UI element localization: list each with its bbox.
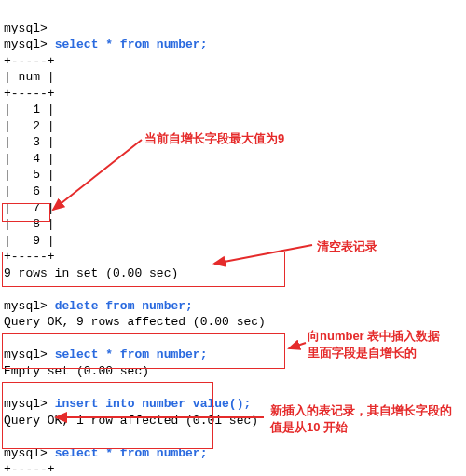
prompt: mysql>: [4, 37, 48, 51]
prompt: mysql>: [4, 347, 48, 361]
table-row: | 2 |: [4, 119, 55, 133]
table-row: | 8 |: [4, 217, 55, 231]
annotation-clear-table: 清空表记录: [317, 238, 377, 255]
result-summary: 9 rows in set (0.00 sec): [4, 266, 178, 280]
table-row: | 3 |: [4, 135, 55, 149]
table-row: | 7 |: [4, 201, 55, 215]
annotation-max-value: 当前自增长字段最大值为9: [144, 130, 284, 147]
sql-insert: insert into number value();: [55, 397, 252, 411]
table-row: | 6 |: [4, 184, 55, 198]
annotation-new-row: 新插入的表记录，其自增长字段的 值是从10 开始: [270, 402, 452, 435]
prompt: mysql>: [4, 299, 48, 313]
result-summary: Query OK, 9 rows affected (0.00 sec): [4, 315, 266, 329]
table-border: +-----+: [4, 87, 55, 101]
sql-delete: delete from number;: [55, 299, 193, 313]
prompt: mysql>: [4, 446, 48, 460]
table-row: | 5 |: [4, 168, 55, 182]
table-row: | 4 |: [4, 152, 55, 166]
table-border: +-----+: [4, 462, 55, 476]
sql-select: select * from number;: [55, 347, 208, 361]
table-border: +-----+: [4, 250, 55, 264]
result-summary: Empty set (0.00 sec): [4, 364, 149, 378]
result-summary: Query OK, 1 row affected (0.01 sec): [4, 414, 258, 428]
prompt: mysql>: [4, 21, 48, 35]
prompt: mysql>: [4, 397, 48, 411]
sql-select: select * from number;: [55, 37, 208, 51]
table-row: | 1 |: [4, 102, 55, 116]
table-border: +-----+: [4, 54, 55, 68]
table-row-highlight: | 9 |: [4, 234, 55, 248]
annotation-insert: 向number 表中插入数据 里面字段是自增长的: [308, 328, 440, 360]
table-header: | num |: [4, 70, 55, 84]
sql-select: select * from number;: [55, 446, 208, 460]
